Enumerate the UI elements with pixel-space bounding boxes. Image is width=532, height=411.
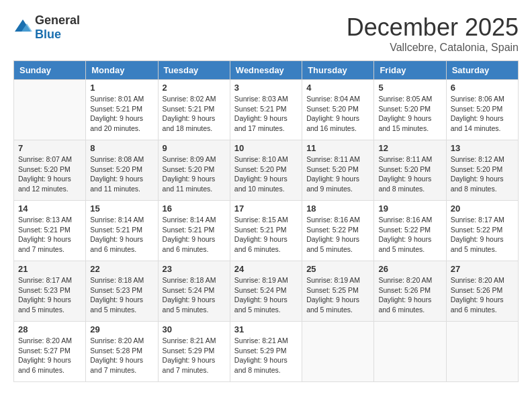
week-row-1: 1Sunrise: 8:01 AMSunset: 5:21 PMDaylight… xyxy=(14,80,519,140)
day-info: Sunrise: 8:18 AMSunset: 5:23 PMDaylight:… xyxy=(90,275,153,315)
day-info: Sunrise: 8:19 AMSunset: 5:24 PMDaylight:… xyxy=(234,275,298,315)
day-number: 23 xyxy=(163,264,226,274)
header-row: SundayMondayTuesdayWednesdayThursdayFrid… xyxy=(14,61,519,80)
day-info: Sunrise: 8:16 AMSunset: 5:22 PMDaylight:… xyxy=(378,215,441,255)
week-row-3: 14Sunrise: 8:13 AMSunset: 5:21 PMDayligh… xyxy=(14,201,519,261)
day-info: Sunrise: 8:07 AMSunset: 5:20 PMDaylight:… xyxy=(18,154,81,194)
day-info: Sunrise: 8:16 AMSunset: 5:22 PMDaylight:… xyxy=(306,215,369,255)
day-number: 25 xyxy=(306,264,369,274)
day-info: Sunrise: 8:02 AMSunset: 5:21 PMDaylight:… xyxy=(163,94,226,134)
week-row-4: 21Sunrise: 8:17 AMSunset: 5:23 PMDayligh… xyxy=(14,261,519,322)
table-row: 30Sunrise: 8:21 AMSunset: 5:29 PMDayligh… xyxy=(158,322,230,382)
day-number: 13 xyxy=(451,143,514,153)
day-number: 22 xyxy=(90,264,153,274)
day-info: Sunrise: 8:15 AMSunset: 5:21 PMDaylight:… xyxy=(234,215,298,255)
header-monday: Monday xyxy=(86,61,158,80)
day-number: 4 xyxy=(306,83,369,93)
day-number: 19 xyxy=(378,203,441,214)
table-row: 17Sunrise: 8:15 AMSunset: 5:21 PMDayligh… xyxy=(230,201,302,261)
week-row-5: 28Sunrise: 8:20 AMSunset: 5:27 PMDayligh… xyxy=(14,322,519,382)
table-row: 24Sunrise: 8:19 AMSunset: 5:24 PMDayligh… xyxy=(230,261,302,322)
day-number: 16 xyxy=(163,203,226,214)
day-info: Sunrise: 8:09 AMSunset: 5:20 PMDaylight:… xyxy=(163,154,226,194)
table-row: 18Sunrise: 8:16 AMSunset: 5:22 PMDayligh… xyxy=(302,201,374,261)
table-row: 25Sunrise: 8:19 AMSunset: 5:25 PMDayligh… xyxy=(302,261,374,322)
table-row: 15Sunrise: 8:14 AMSunset: 5:21 PMDayligh… xyxy=(86,201,158,261)
table-row xyxy=(446,322,518,382)
day-number: 26 xyxy=(378,264,441,274)
day-number: 18 xyxy=(306,203,369,214)
header-saturday: Saturday xyxy=(446,61,518,80)
table-row: 13Sunrise: 8:12 AMSunset: 5:20 PMDayligh… xyxy=(446,140,518,201)
day-number: 3 xyxy=(234,83,298,93)
header-friday: Friday xyxy=(374,61,446,80)
table-row: 22Sunrise: 8:18 AMSunset: 5:23 PMDayligh… xyxy=(86,261,158,322)
table-row: 3Sunrise: 8:03 AMSunset: 5:21 PMDaylight… xyxy=(230,80,302,140)
day-number: 21 xyxy=(18,264,81,274)
header-wednesday: Wednesday xyxy=(230,61,302,80)
table-row: 11Sunrise: 8:11 AMSunset: 5:20 PMDayligh… xyxy=(302,140,374,201)
table-row: 12Sunrise: 8:11 AMSunset: 5:20 PMDayligh… xyxy=(374,140,446,201)
day-info: Sunrise: 8:11 AMSunset: 5:20 PMDaylight:… xyxy=(306,154,369,194)
day-number: 12 xyxy=(378,143,441,153)
day-info: Sunrise: 8:08 AMSunset: 5:20 PMDaylight:… xyxy=(90,154,153,194)
day-info: Sunrise: 8:05 AMSunset: 5:20 PMDaylight:… xyxy=(378,94,441,134)
day-info: Sunrise: 8:10 AMSunset: 5:20 PMDaylight:… xyxy=(234,154,298,194)
day-info: Sunrise: 8:21 AMSunset: 5:29 PMDaylight:… xyxy=(234,336,298,375)
table-row: 5Sunrise: 8:05 AMSunset: 5:20 PMDaylight… xyxy=(374,80,446,140)
day-info: Sunrise: 8:03 AMSunset: 5:21 PMDaylight:… xyxy=(234,94,298,134)
day-info: Sunrise: 8:17 AMSunset: 5:23 PMDaylight:… xyxy=(18,275,81,315)
day-number: 27 xyxy=(451,264,514,274)
day-number: 9 xyxy=(163,143,226,153)
logo-text: General Blue xyxy=(35,13,80,42)
day-info: Sunrise: 8:20 AMSunset: 5:27 PMDaylight:… xyxy=(18,336,81,375)
day-number: 31 xyxy=(234,324,298,334)
table-row: 9Sunrise: 8:09 AMSunset: 5:20 PMDaylight… xyxy=(158,140,230,201)
table-row: 16Sunrise: 8:14 AMSunset: 5:21 PMDayligh… xyxy=(158,201,230,261)
table-row: 8Sunrise: 8:08 AMSunset: 5:20 PMDaylight… xyxy=(86,140,158,201)
day-info: Sunrise: 8:06 AMSunset: 5:20 PMDaylight:… xyxy=(451,94,514,134)
day-info: Sunrise: 8:20 AMSunset: 5:26 PMDaylight:… xyxy=(378,275,441,315)
day-number: 8 xyxy=(90,143,153,153)
day-number: 5 xyxy=(378,83,441,93)
day-info: Sunrise: 8:20 AMSunset: 5:28 PMDaylight:… xyxy=(90,336,153,375)
day-number: 6 xyxy=(451,83,514,93)
location-title: Vallcebre, Catalonia, Spain xyxy=(347,42,519,54)
day-number: 24 xyxy=(234,264,298,274)
day-number: 2 xyxy=(163,83,226,93)
day-number: 20 xyxy=(451,203,514,214)
table-row: 2Sunrise: 8:02 AMSunset: 5:21 PMDaylight… xyxy=(158,80,230,140)
day-number: 1 xyxy=(90,83,153,93)
day-info: Sunrise: 8:11 AMSunset: 5:20 PMDaylight:… xyxy=(378,154,441,194)
day-number: 28 xyxy=(18,324,81,334)
day-number: 30 xyxy=(163,324,226,334)
day-info: Sunrise: 8:20 AMSunset: 5:26 PMDaylight:… xyxy=(451,275,514,315)
page-header: General Blue December 2025 Vallcebre, Ca… xyxy=(13,13,519,54)
day-number: 29 xyxy=(90,324,153,334)
day-info: Sunrise: 8:13 AMSunset: 5:21 PMDaylight:… xyxy=(18,215,81,255)
logo-graphic xyxy=(13,17,32,38)
day-number: 15 xyxy=(90,203,153,214)
table-row: 21Sunrise: 8:17 AMSunset: 5:23 PMDayligh… xyxy=(14,261,86,322)
table-row xyxy=(14,80,86,140)
day-info: Sunrise: 8:21 AMSunset: 5:29 PMDaylight:… xyxy=(163,336,226,375)
day-info: Sunrise: 8:17 AMSunset: 5:22 PMDaylight:… xyxy=(451,215,514,255)
header-sunday: Sunday xyxy=(14,61,86,80)
day-number: 7 xyxy=(18,143,81,153)
logo: General Blue xyxy=(13,13,80,42)
week-row-2: 7Sunrise: 8:07 AMSunset: 5:20 PMDaylight… xyxy=(14,140,519,201)
day-number: 17 xyxy=(234,203,298,214)
table-row: 26Sunrise: 8:20 AMSunset: 5:26 PMDayligh… xyxy=(374,261,446,322)
table-row: 14Sunrise: 8:13 AMSunset: 5:21 PMDayligh… xyxy=(14,201,86,261)
day-number: 10 xyxy=(234,143,298,153)
table-row: 20Sunrise: 8:17 AMSunset: 5:22 PMDayligh… xyxy=(446,201,518,261)
day-info: Sunrise: 8:18 AMSunset: 5:24 PMDaylight:… xyxy=(163,275,226,315)
title-area: December 2025 Vallcebre, Catalonia, Spai… xyxy=(347,13,519,54)
header-thursday: Thursday xyxy=(302,61,374,80)
day-info: Sunrise: 8:14 AMSunset: 5:21 PMDaylight:… xyxy=(163,215,226,255)
header-tuesday: Tuesday xyxy=(158,61,230,80)
calendar-table: SundayMondayTuesdayWednesdayThursdayFrid… xyxy=(13,60,519,382)
day-info: Sunrise: 8:01 AMSunset: 5:21 PMDaylight:… xyxy=(90,94,153,134)
day-info: Sunrise: 8:12 AMSunset: 5:20 PMDaylight:… xyxy=(451,154,514,194)
table-row: 19Sunrise: 8:16 AMSunset: 5:22 PMDayligh… xyxy=(374,201,446,261)
